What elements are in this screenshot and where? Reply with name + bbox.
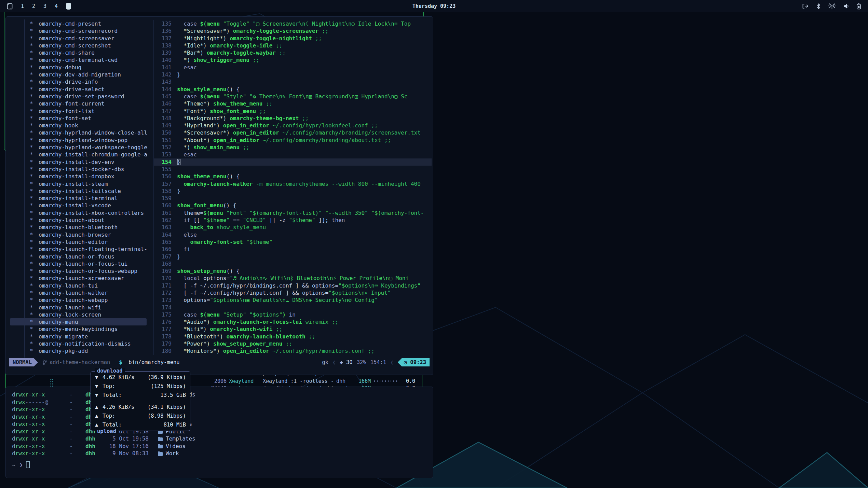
file-list-item[interactable]: *omarchy-launch-walker — [10, 289, 147, 296]
code-line[interactable]: 136 *Screensaver*) omarchy-toggle-screen… — [154, 27, 432, 34]
code-line[interactable]: 139 *Bar*) omarchy-toggle-waybar ;; — [154, 49, 432, 56]
code-line[interactable]: 140 *) show_trigger_menu ;; — [154, 56, 432, 64]
code-line[interactable]: 166 fi — [154, 246, 432, 253]
file-list-item[interactable]: *omarchy-install-vscode — [10, 202, 147, 209]
file-list-item[interactable]: *omarchy-launch-webapp — [10, 296, 147, 304]
code-line[interactable]: 146 *Theme*) show_theme_menu ;; — [154, 100, 432, 107]
code-line[interactable]: 157 omarchy-launch-walker -m menus:omarc… — [154, 180, 432, 187]
file-list-item[interactable]: *omarchy-menu — [10, 318, 147, 325]
code-line[interactable]: 160show_font_menu() { — [154, 202, 432, 209]
code-line[interactable]: 177 *Wifi*) omarchy-launch-wifi ;; — [154, 325, 432, 333]
file-list-item[interactable]: *omarchy-launch-about — [10, 217, 147, 224]
file-list-item[interactable]: *omarchy-cmd-present — [10, 20, 147, 27]
code-line[interactable]: 163 back_to show_style_menu — [154, 224, 432, 231]
file-list-item[interactable]: *omarchy-install-docker-dbs — [10, 166, 147, 173]
code-line[interactable]: 180 *Monitors*) open_in_editor ~/.config… — [154, 347, 432, 354]
battery-icon[interactable] — [856, 3, 861, 10]
file-list-item[interactable]: *omarchy-cmd-terminal-cwd — [10, 56, 147, 64]
code-line[interactable]: 175 case $(menu "Setup" "$options") in — [154, 311, 432, 318]
file-list-item[interactable]: *omarchy-install-dev-env — [10, 158, 147, 166]
code-line[interactable]: 148 *Background*) omarchy-theme-bg-next … — [154, 115, 432, 122]
file-list-item[interactable]: *omarchy-hyprland-window-close-all — [10, 129, 147, 136]
code-line[interactable]: 142} — [154, 71, 432, 78]
shell-prompt[interactable]: ~ ❯ — [12, 461, 30, 468]
volume-icon[interactable] — [843, 3, 849, 9]
file-list-item[interactable]: *omarchy-cmd-screenrecord — [10, 27, 147, 34]
code-line[interactable]: 149 *Hyprland*) open_in_editor ~/.config… — [154, 122, 432, 129]
file-list-item[interactable]: *omarchy-menu-keybindings — [10, 325, 147, 333]
file-list-item[interactable]: *omarchy-cmd-screenshot — [10, 42, 147, 49]
code-line[interactable]: 178 *Bluetooth*) omarchy-launch-bluetoot… — [154, 333, 432, 340]
code-line[interactable]: 151 *About*) open_in_editor ~/.config/om… — [154, 137, 432, 144]
code-line[interactable]: 164 else — [154, 231, 432, 238]
file-list-item[interactable]: *omarchy-launch-browser — [10, 231, 147, 238]
file-list-item[interactable]: *omarchy-notification-dismiss — [10, 340, 147, 347]
network-icon[interactable] — [828, 3, 836, 10]
code-line[interactable]: 169show_setup_menu() { — [154, 267, 432, 275]
file-list-item[interactable]: *omarchy-hyprland-workspace-toggle — [10, 144, 147, 151]
code-line[interactable]: 143 — [154, 78, 432, 85]
file-list-item[interactable]: *omarchy-launch-screensaver — [10, 275, 147, 282]
file-list-item[interactable]: *omarchy-debug — [10, 64, 147, 71]
file-list-item[interactable]: *omarchy-install-tailscale — [10, 187, 147, 195]
file-list-item[interactable]: *omarchy-lock-screen — [10, 311, 147, 318]
code-line[interactable]: 135 case $(menu "Toggle" "▢ Screensaver\… — [154, 20, 432, 27]
file-list-item[interactable]: *omarchy-launch-or-focus — [10, 253, 147, 260]
bluetooth-icon[interactable] — [816, 3, 821, 10]
file-list-item[interactable]: *omarchy-cmd-screensaver — [10, 35, 147, 42]
file-list-item[interactable]: *omarchy-hook — [10, 122, 147, 129]
file-list-item[interactable]: *omarchy-drive-info — [10, 78, 147, 85]
workspace-numbers[interactable]: 1234 — [21, 3, 58, 9]
file-list-item[interactable]: *omarchy-install-terminal — [10, 195, 147, 202]
workspace-2[interactable]: 2 — [32, 3, 35, 9]
code-line[interactable]: 137 *Nightlight*) omarchy-toggle-nightli… — [154, 35, 432, 42]
file-list-item[interactable]: *omarchy-launch-or-focus-tui — [10, 260, 147, 267]
file-list-item[interactable]: *omarchy-install-dropbox — [10, 173, 147, 180]
file-list-item[interactable]: *omarchy-launch-editor — [10, 238, 147, 246]
code-line[interactable]: 155 — [154, 166, 432, 173]
file-list-item[interactable]: *omarchy-cmd-share — [10, 49, 147, 56]
code-line[interactable]: 176 *Audio*) omarchy-launch-or-focus-tui… — [154, 318, 432, 325]
code-line[interactable]: 156show_theme_menu() { — [154, 173, 432, 180]
code-line[interactable]: 154} — [154, 158, 432, 166]
code-line[interactable]: 159 — [154, 195, 432, 202]
file-list-item[interactable]: *omarchy-drive-select — [10, 86, 147, 93]
file-list-item[interactable]: *omarchy-launch-or-focus-webapp — [10, 267, 147, 275]
code-line[interactable]: 165 omarchy-font-set "$theme" — [154, 238, 432, 246]
code-line[interactable]: 168 — [154, 260, 432, 267]
code-line[interactable]: 138 *Idle*) omarchy-toggle-idle ;; — [154, 42, 432, 49]
code-line[interactable]: 173 options="$options\n▣ Defaults\n☁ DNS… — [154, 296, 432, 304]
workspace-3[interactable]: 3 — [43, 3, 46, 9]
code-line[interactable]: 150 *Screensaver*) open_in_editor ~/.con… — [154, 129, 432, 136]
workspace-active-pill[interactable] — [66, 3, 71, 10]
file-list-item[interactable]: *omarchy-launch-floating-terminal- — [10, 246, 147, 253]
code-line[interactable]: 161 theme=$(menu "Font" "$(omarchy-font-… — [154, 209, 432, 217]
code-line[interactable]: 153 esac — [154, 151, 432, 158]
code-line[interactable]: 145 case $(menu "Style" "❂ Theme\n✎ Font… — [154, 93, 432, 100]
code-line[interactable]: 147 *Font*) show_font_menu ;; — [154, 108, 432, 115]
file-list-item[interactable]: *omarchy-install-xbox-controllers — [10, 209, 147, 217]
code-line[interactable]: 174 — [154, 304, 432, 311]
code-line[interactable]: 141 esac — [154, 64, 432, 71]
file-list-item[interactable]: *omarchy-install-chromium-google-a — [10, 151, 147, 158]
file-list-item[interactable]: *omarchy-pkg-add — [10, 347, 147, 354]
code-line[interactable]: 158} — [154, 187, 432, 195]
file-list-item[interactable]: *omarchy-launch-bluetooth — [10, 224, 147, 231]
workspace-1[interactable]: 1 — [21, 3, 24, 9]
file-list[interactable]: *omarchy-cmd-present*omarchy-cmd-screenr… — [6, 20, 153, 355]
code-line[interactable]: 152 *) show_main_menu ;; — [154, 144, 432, 151]
file-list-item[interactable]: *omarchy-font-set — [10, 115, 147, 122]
file-list-item[interactable]: *omarchy-install-steam — [10, 180, 147, 187]
screencast-icon[interactable] — [802, 3, 809, 9]
file-list-item[interactable]: *omarchy-hyprland-window-pop — [10, 137, 147, 144]
code-line[interactable]: 162 if [[ "$theme" == "CNCLD" || -z "$th… — [154, 217, 432, 224]
workspace-4[interactable]: 4 — [55, 3, 58, 9]
file-list-item[interactable]: *omarchy-font-current — [10, 100, 147, 107]
code-line[interactable]: 170 local options="♬ Audio\n∿ Wifi\nᛒ Bl… — [154, 275, 432, 282]
file-list-item[interactable]: *omarchy-launch-wifi — [10, 304, 147, 311]
code-line[interactable]: 144show_style_menu() { — [154, 86, 432, 93]
code-line[interactable]: 167} — [154, 253, 432, 260]
file-list-item[interactable]: *omarchy-launch-tui — [10, 282, 147, 289]
file-list-item[interactable]: *omarchy-drive-set-password — [10, 93, 147, 100]
code-line[interactable]: 179 *Power*) show_setup_power_menu ;; — [154, 340, 432, 347]
